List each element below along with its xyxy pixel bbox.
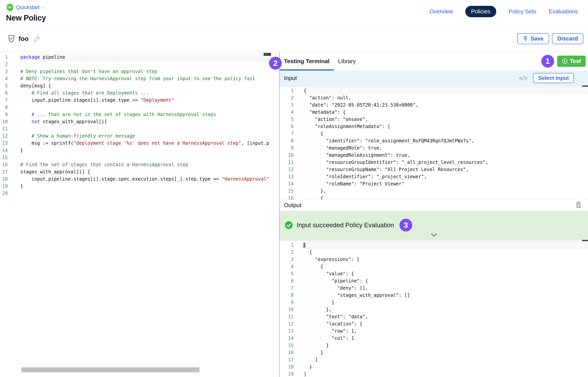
line-number: 3: [280, 256, 294, 263]
harness-project-icon: ∞: [6, 3, 14, 12]
breadcrumb: ∞ Quickstart ›: [6, 3, 46, 12]
policy-name: foo: [19, 35, 28, 42]
main-split: 1package pipeline23# Deny pipelines that…: [0, 52, 588, 377]
line-number: 7: [280, 285, 294, 292]
upload-icon: [523, 36, 528, 42]
line-number: 2: [280, 249, 294, 256]
trash-icon[interactable]: [576, 201, 581, 209]
line-number: 3: [0, 68, 8, 75]
editor-vertical-scrollbar[interactable]: [264, 53, 271, 56]
select-input-button[interactable]: Select Input: [533, 73, 574, 83]
line-number: 4: [0, 75, 8, 82]
line-number: 13: [0, 140, 8, 147]
code-line: 3 "expressions": [: [280, 256, 588, 263]
test-button-label: Test: [570, 58, 581, 64]
code-line: 11 "resourceGroupIdentifier": "_all_proj…: [280, 159, 588, 166]
code-line: 2 "action": null,: [280, 94, 588, 102]
edit-policy-name-icon[interactable]: [33, 35, 41, 43]
line-number: 6: [280, 277, 294, 285]
line-number: 14: [0, 147, 8, 154]
line-number: 9: [280, 299, 294, 306]
annotation-badge-1: 1: [541, 55, 554, 68]
line-number: 5: [280, 116, 294, 123]
code-line: 5deny[msg] {: [0, 82, 279, 90]
code-line: 1{: [280, 87, 588, 94]
line-number: 10: [280, 152, 294, 159]
line-number: 15: [0, 154, 8, 161]
code-line: 11 "text": "data",: [280, 313, 588, 320]
line-number: 10: [0, 118, 8, 125]
line-number: 15: [280, 342, 294, 349]
nav-evaluations[interactable]: Evaluations: [549, 8, 578, 15]
code-line: 8: [0, 104, 279, 111]
breadcrumb-link-project[interactable]: Quickstart: [16, 4, 40, 11]
code-line: 18 }: [280, 364, 588, 371]
page-title: New Policy: [6, 13, 46, 22]
line-number: 8: [0, 104, 8, 111]
banner-text: Input succeeded Policy Evaluation: [297, 222, 394, 229]
code-line: 16# Find the set of stages that contain …: [0, 161, 279, 168]
policy-code-editor[interactable]: 1package pipeline23# Deny pipelines that…: [0, 52, 279, 377]
code-line: 16 {: [280, 195, 588, 200]
success-check-icon: [285, 221, 293, 229]
code-line: 9 "managedRole": true,: [280, 144, 588, 152]
line-number: 1: [280, 87, 294, 94]
line-number: 17: [280, 356, 294, 364]
policy-code-lines[interactable]: 1package pipeline23# Deny pipelines that…: [0, 52, 279, 377]
annotation-badge-2: 2: [269, 57, 282, 70]
code-line: 9 }: [280, 299, 588, 306]
output-code-lines[interactable]: 1[2 {3 "expressions": [4 {5 "value": {6 …: [280, 240, 588, 377]
nav-overview[interactable]: Overview: [430, 8, 453, 15]
input-code-editor[interactable]: 1{2 "action": null,3 "date": "2022-05-05…: [280, 85, 588, 200]
code-line: 11: [0, 125, 279, 132]
line-number: 12: [0, 132, 8, 140]
line-number: 12: [280, 320, 294, 328]
discard-button[interactable]: Discard: [552, 33, 583, 44]
line-number: 16: [280, 349, 294, 356]
line-number: 19: [280, 371, 294, 377]
line-number: 12: [280, 166, 294, 173]
code-line: 8 "identifier": "role_assignment_NsFQM43…: [280, 137, 588, 144]
code-line: 13 msg := sprintf("deployment stage '%s'…: [0, 140, 279, 147]
line-number: 19: [0, 183, 8, 190]
input-scrollbar-handle[interactable]: [582, 85, 588, 87]
breadcrumb-chevron-icon: ›: [42, 4, 44, 11]
code-view-icon[interactable]: </>: [519, 75, 527, 81]
code-line: 9 # ... that are not in the set of stage…: [0, 111, 279, 118]
code-line: 17stages_with_approval[i] {: [0, 168, 279, 176]
terminal-tabrow: Testing TerminalLibrary 1 Test: [280, 52, 588, 71]
banner-expand-chevron[interactable]: [280, 233, 588, 237]
tab-testing-terminal[interactable]: Testing Terminal: [280, 52, 334, 71]
nav-policies[interactable]: Policies: [465, 6, 496, 17]
line-number: 20: [0, 190, 8, 197]
nav-policy-sets[interactable]: Policy Sets: [509, 8, 536, 15]
save-button-label: Save: [531, 35, 544, 42]
code-line: 6 # Find all stages that are Deployments…: [0, 90, 279, 97]
tab-library[interactable]: Library: [334, 52, 360, 71]
line-number: 8: [280, 137, 294, 144]
discard-button-label: Discard: [557, 35, 578, 42]
code-line: 3# Deny pipelines that don't have an app…: [0, 68, 279, 75]
code-line: 7 input.pipeline.stages[i].stage.type ==…: [0, 97, 279, 104]
save-button[interactable]: Save: [517, 33, 549, 44]
code-line: 16 }: [280, 349, 588, 356]
line-number: 15: [280, 188, 294, 195]
code-line: 15 },: [280, 188, 588, 195]
policy-toolbar: foo Save Discard: [0, 26, 588, 52]
input-code-lines[interactable]: 1{2 "action": null,3 "date": "2022-05-05…: [280, 85, 588, 200]
code-line: 14 "roleName": "Project Viewer": [280, 180, 588, 188]
top-nav: OverviewPoliciesPolicy SetsEvaluations: [417, 6, 578, 17]
code-line: 12 "resourceGroupName": "All Project Lev…: [280, 166, 588, 173]
code-line: 13 "row": 1,: [280, 328, 588, 335]
input-label: Input: [284, 75, 297, 81]
editor-horizontal-scrollbar[interactable]: [21, 367, 199, 372]
test-button[interactable]: Test: [557, 56, 586, 67]
play-icon: [562, 58, 568, 64]
output-label: Output: [284, 202, 301, 209]
code-line: 5 "value": {: [280, 270, 588, 277]
line-number: 5: [0, 82, 8, 90]
output-code-editor[interactable]: 1[2 {3 "expressions": [4 {5 "value": {6 …: [280, 240, 588, 377]
output-scrollbar-handle[interactable]: [582, 240, 588, 241]
annotation-badge-3: 3: [399, 219, 412, 232]
line-number: 5: [280, 270, 294, 277]
